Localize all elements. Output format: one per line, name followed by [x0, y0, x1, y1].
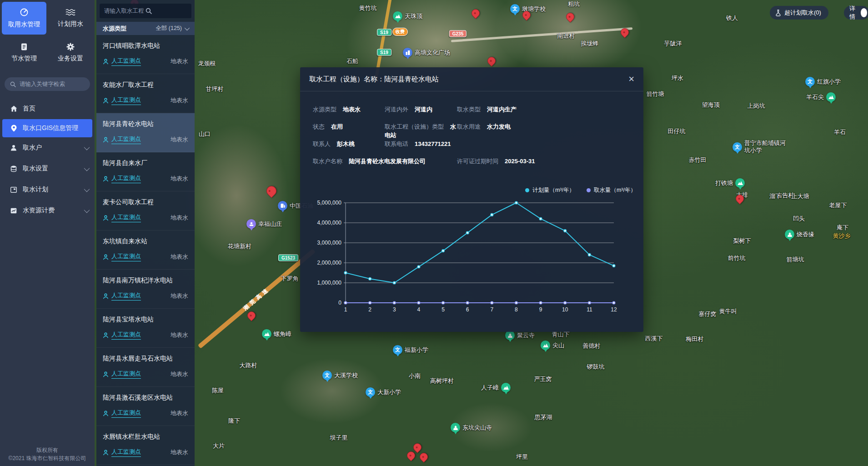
mountain-icon: [541, 341, 550, 350]
detail-toggle[interactable]: 详情: [844, 6, 868, 20]
sidebar-search-placeholder: 请输入关键字检索: [20, 80, 65, 88]
monitor-point-link[interactable]: 人工监测点: [111, 57, 141, 66]
water-source-type: 地表水: [171, 448, 188, 456]
list-item[interactable]: 陆河县自来水厂人工监测点地表水: [96, 152, 195, 191]
map-marker-school[interactable]: 文大溪学校: [322, 371, 358, 380]
field-value: 河道内生产: [487, 106, 517, 113]
red-pin-marker[interactable]: [486, 55, 497, 66]
map-marker-resort[interactable]: 幸福山庄: [246, 219, 282, 229]
field-value: 彭木桃: [337, 140, 355, 147]
map-label: 羊石尖: [806, 93, 824, 101]
monitor-point-link[interactable]: 人工监测点: [111, 370, 141, 379]
map-marker-mountain[interactable]: 尖山: [541, 341, 564, 350]
svg-text:8: 8: [515, 306, 518, 313]
module-tile-settings[interactable]: 业务设置: [48, 36, 93, 69]
sidebar-item-home[interactable]: 首页: [0, 98, 95, 119]
map-marker-temple[interactable]: 东坑尖山寺: [451, 423, 492, 432]
map-marker-temple[interactable]: 烧香缘: [785, 230, 814, 239]
map-marker-mountain[interactable]: 打铁塘: [715, 178, 745, 188]
map-marker-temple[interactable]: 聚云寺: [505, 331, 535, 340]
map-label: 尖山: [552, 341, 564, 350]
document-icon: [20, 43, 28, 51]
legend-item[interactable]: 计划量（m³/年）: [525, 186, 575, 194]
red-pin-marker[interactable]: [470, 7, 481, 19]
legend-item[interactable]: 取水量（m³/年）: [587, 186, 636, 194]
module-tile-water-saving[interactable]: 节水管理: [2, 36, 46, 69]
red-pin-marker[interactable]: [411, 441, 423, 453]
over-plan-water-button[interactable]: 超计划取水(0): [770, 6, 828, 20]
monitor-point-link[interactable]: 人工监测点: [111, 448, 141, 457]
monitor-point-link[interactable]: 人工监测点: [111, 331, 141, 340]
monitor-point-link[interactable]: 人工监测点: [111, 409, 141, 418]
water-source-type: 地表水: [171, 409, 188, 417]
map-label: 寨仔窝: [699, 310, 717, 318]
module-tile-planned-water[interactable]: 计划用水: [48, 2, 93, 35]
red-pin-marker[interactable]: [264, 184, 278, 198]
field-label: 联系电话: [385, 140, 408, 147]
pin-icon: [10, 125, 17, 132]
close-icon[interactable]: ×: [628, 74, 634, 84]
svg-text:5,000,000: 5,000,000: [317, 200, 342, 206]
svg-text:6: 6: [466, 306, 469, 313]
list-item[interactable]: 东坑镇自来水站人工监测点地表水: [96, 230, 195, 270]
list-item[interactable]: 陆河县宝塔水电站人工监测点地表水: [96, 309, 195, 348]
red-pin-marker[interactable]: [619, 26, 630, 38]
map-label: 聚云寺: [517, 331, 535, 340]
map-marker-school[interactable]: 文普宁市船埔镇河坑小学: [733, 140, 790, 155]
sidebar-item-water-users[interactable]: 取水户: [0, 137, 95, 158]
svg-text:4: 4: [417, 306, 421, 313]
map-marker-mountain[interactable]: 螺角嶂: [262, 329, 291, 339]
mountain-icon: [501, 383, 511, 392]
list-item[interactable]: 陆河县激石溪老区水电站人工监测点地表水: [96, 387, 195, 426]
sidebar-item-water-settings[interactable]: 取水设置: [0, 158, 95, 179]
monitor-point-link[interactable]: 人工监测点: [111, 135, 141, 144]
field-label: 取水类型: [457, 106, 481, 113]
list-item[interactable]: 陆河县青砼水电站人工监测点地表水: [96, 113, 195, 152]
field-row: 取水户名称陆河县青砼水电发展有限公司 许可证过期时间2025-03-31: [313, 157, 634, 169]
map-label: 田仔坑: [668, 127, 686, 135]
sidebar-item-water-billing[interactable]: 水资源计费: [0, 200, 95, 221]
list-item[interactable]: 河口镇唱歌潭水电站人工监测点地表水: [96, 35, 195, 74]
water-source-filter[interactable]: 水源类型 全部 (125): [96, 22, 195, 35]
mountain-icon: [262, 329, 271, 339]
monitor-point-link[interactable]: 人工监测点: [111, 252, 141, 261]
map-marker-mountain[interactable]: 羊石尖: [806, 92, 836, 102]
facility-name: 河口镇唱歌潭水电站: [103, 42, 188, 50]
list-item[interactable]: 水唇镇水栏肚水电站人工监测点地表水: [96, 426, 195, 465]
list-item[interactable]: 麦卡公司取水工程人工监测点地表水: [96, 191, 195, 230]
map-label: 铁人: [726, 14, 738, 22]
list-item[interactable]: 友能水厂取水工程人工监测点地表水: [96, 74, 195, 113]
svg-text:9: 9: [539, 306, 542, 313]
map-marker-school[interactable]: 文福新小学: [393, 345, 428, 355]
facility-name: 陆河县南万镇杞洋水电站: [103, 276, 188, 285]
module-tiles: 取用水管理 计划用水 节水管理 业务设置: [0, 0, 95, 71]
map-label: 幸福山庄: [258, 220, 282, 228]
sidebar-item-water-plan[interactable]: 取水计划: [0, 179, 95, 200]
road-badge: G1523: [278, 255, 298, 261]
red-pin-marker[interactable]: [246, 310, 257, 321]
map-label: 坝子里: [330, 434, 348, 442]
red-pin-marker[interactable]: [418, 451, 429, 462]
sidebar-item-gis-management[interactable]: 取水口GIS信息管理: [2, 119, 92, 137]
monitor-point-link[interactable]: 人工监测点: [111, 96, 141, 105]
map-label: 普宁市船埔镇河坑小学: [744, 140, 790, 155]
field-value: 水力发电: [487, 123, 511, 130]
map-marker-mountain[interactable]: 天珠顶: [393, 11, 422, 21]
map-label: 凹头: [793, 215, 805, 223]
red-pin-marker[interactable]: [564, 11, 576, 22]
map-label: 黄沙乡: [833, 232, 851, 240]
list-item[interactable]: 陆河县水唇走马石水电站人工监测点地表水: [96, 348, 195, 387]
monitor-point-link[interactable]: 人工监测点: [111, 291, 141, 301]
red-pin-marker[interactable]: [405, 450, 416, 461]
sidebar-search-input[interactable]: 请输入关键字检索: [5, 77, 90, 91]
list-item[interactable]: 陆河县南万镇杞洋水电站人工监测点地表水: [96, 270, 195, 309]
facility-search-input[interactable]: 请输入取水工程（设施）名称: [100, 4, 191, 18]
map-marker-mountain[interactable]: 人子嶂: [481, 383, 511, 392]
monitor-point-link[interactable]: 人工监测点: [111, 213, 141, 222]
map-marker-school[interactable]: 文红旗小学: [805, 77, 841, 86]
module-tile-water-use[interactable]: 取用水管理: [2, 2, 46, 35]
map-marker-school[interactable]: 文大新小学: [366, 387, 401, 397]
monitor-point-link[interactable]: 人工监测点: [111, 174, 141, 183]
map-marker-building[interactable]: 高塘文化广场: [403, 48, 450, 57]
toggle-knob[interactable]: [861, 8, 867, 17]
